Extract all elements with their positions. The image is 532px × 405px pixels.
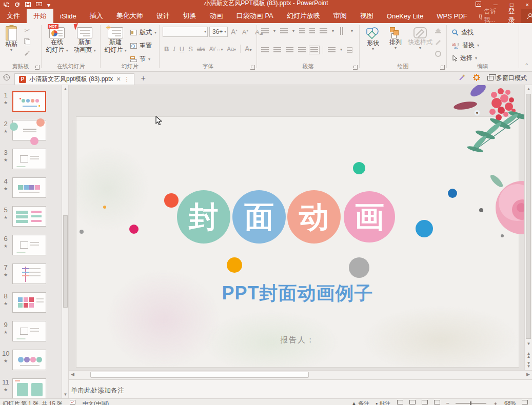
slide-thumbnail-8[interactable]: 8★ [0, 292, 62, 317]
zoom-level[interactable]: 68% [504, 400, 516, 405]
increase-indent-icon[interactable] [309, 28, 315, 34]
increase-font-size-icon[interactable]: A▴ [229, 28, 239, 36]
decorative-dot[interactable] [164, 193, 179, 208]
notes-pane[interactable]: 单击此处添加备注 [69, 379, 532, 398]
bold-button[interactable]: B [163, 45, 170, 53]
language-indicator[interactable]: 中文(中国) [83, 400, 109, 405]
columns-icon[interactable] [328, 47, 336, 53]
slide-thumbnail-9[interactable]: 9★ [0, 321, 62, 346]
cover-circle[interactable]: 动 [287, 190, 341, 244]
share-button[interactable]: 共享 [521, 9, 532, 23]
presenter-label[interactable]: 报告人： [76, 335, 519, 345]
align-center-icon[interactable] [273, 47, 281, 53]
character-spacing-button[interactable]: AV↔▾ [208, 46, 225, 52]
strikethrough-button[interactable]: S [187, 45, 194, 53]
ribbon-tab-onekey-lite[interactable]: OneKey Lite [380, 9, 430, 23]
copy-icon[interactable] [23, 37, 32, 46]
line-spacing-icon[interactable] [320, 28, 327, 34]
distribute-icon[interactable] [310, 47, 318, 53]
slide-thumbnail-11[interactable]: 11★ [0, 378, 62, 398]
ribbon-tab-meihua-dashi[interactable]: 美化大师 [110, 9, 150, 23]
ribbon-tab-view[interactable]: 视图 [353, 9, 380, 23]
ribbon-tab-insert[interactable]: 插入 [83, 9, 110, 23]
thumbnail-preview[interactable] [12, 91, 46, 112]
change-case-button[interactable]: Aa▾ [226, 46, 238, 52]
normal-view-icon[interactable] [397, 400, 403, 404]
align-right-icon[interactable] [286, 47, 293, 53]
settings-gear-icon[interactable] [473, 74, 480, 83]
ribbon-tab-design[interactable]: 设计 [150, 9, 176, 23]
thumbnail-preview[interactable] [12, 235, 46, 255]
ribbon-tab-home[interactable]: 开始 [27, 9, 53, 23]
thumbnail-preview[interactable] [12, 350, 46, 370]
thumbnail-preview[interactable] [12, 120, 46, 140]
format-painter-icon[interactable] [23, 49, 32, 57]
shape-fill-icon[interactable] [435, 27, 442, 35]
slideshow-view-icon[interactable] [434, 400, 440, 404]
magic-wand-icon[interactable] [458, 74, 466, 83]
italic-button[interactable]: I [171, 45, 176, 53]
cover-circle[interactable]: 面 [232, 190, 286, 244]
slide-number-indicator[interactable]: 幻灯片 第 1 张, 共 15 张 [3, 400, 63, 405]
scroll-right-icon[interactable]: ▶ [526, 372, 530, 377]
zoom-slider[interactable] [456, 403, 486, 404]
tell-me-box[interactable]: 告诉我... [474, 7, 502, 25]
arrange-button[interactable]: 排列 ▾ [385, 27, 406, 50]
font-size-combobox[interactable]: 36+▾ [209, 27, 228, 37]
decorative-dot[interactable] [416, 220, 433, 237]
select-button[interactable]: 选择▾ [452, 53, 479, 64]
ribbon-tab-file[interactable]: 文件 [0, 9, 27, 23]
align-left-icon[interactable] [261, 47, 269, 53]
document-tab[interactable]: P 小清新文艺风ppt模板 (83).pptx ✕ ⋮ [14, 73, 134, 85]
reset-button[interactable]: 重置 [130, 40, 156, 51]
shapes-button[interactable]: 形状 ▾ [363, 27, 383, 51]
shape-effects-icon[interactable] [435, 51, 442, 58]
document-tab-menu-icon[interactable]: ⋮ [124, 76, 130, 83]
text-direction-icon[interactable] [340, 27, 345, 35]
notes-toggle[interactable]: ▲ 备注 [351, 400, 370, 405]
replace-button[interactable]: abac 替换▾ [452, 40, 479, 51]
slide-thumbnail-6[interactable]: 6★ [0, 235, 62, 259]
vertical-scrollbar[interactable]: ▲ ▼ ▲▲ ▼▼ [524, 85, 532, 370]
new-document-tab-icon[interactable]: ＋ [140, 73, 147, 83]
shape-outline-icon[interactable] [435, 39, 442, 47]
font-dialog-launcher[interactable] [250, 65, 255, 70]
slide-thumbnail-10[interactable]: 10★ [0, 350, 62, 374]
ribbon-tab-slideshow[interactable]: 幻灯片放映 [280, 9, 327, 23]
paragraph-dialog-launcher[interactable] [353, 65, 358, 70]
text-shadow-button[interactable]: abc [195, 46, 207, 52]
layout-button[interactable]: 版式▾ [130, 27, 156, 38]
quick-styles-button[interactable]: 快速样式 ▾ [407, 27, 434, 50]
numbering-icon[interactable] [280, 28, 288, 34]
decorative-dot[interactable] [227, 257, 242, 273]
new-slide-button[interactable]: ✳ 新建 幻灯片 ▾ [103, 27, 128, 54]
slide-thumbnail-5[interactable]: 5★ [0, 206, 62, 231]
cut-icon[interactable]: ✂ [23, 26, 32, 34]
decorative-dot[interactable] [80, 230, 84, 234]
decrease-indent-icon[interactable] [299, 28, 305, 34]
thumbnail-preview[interactable] [12, 206, 46, 227]
slide-thumbnail-3[interactable]: 3★ [0, 149, 62, 173]
scroll-down-icon[interactable]: ▼ [525, 341, 532, 346]
thumbnail-preview[interactable] [12, 177, 46, 198]
scroll-down-icon[interactable]: ▼ [62, 392, 69, 397]
scroll-up-icon[interactable]: ▲ [525, 87, 532, 91]
ribbon-tab-animations[interactable]: 动画 [203, 9, 230, 23]
comments-toggle[interactable]: ▪ 批注 [376, 400, 391, 405]
online-slides-button[interactable]: HOT 在线 幻灯片 ▾ [44, 27, 70, 54]
font-color-button[interactable]: A▾ [243, 45, 253, 53]
ribbon-tab-transitions[interactable]: 切换 [176, 9, 203, 23]
history-icon[interactable] [3, 74, 10, 83]
ribbon-tab-islide[interactable]: iSlide [53, 9, 83, 23]
thumbnail-preview[interactable] [12, 149, 46, 169]
find-button[interactable]: 查找 [452, 27, 479, 38]
slide-thumbnail-7[interactable]: 7★ [0, 264, 62, 288]
slide-thumbnail-4[interactable]: 4★ [0, 177, 62, 202]
thumbnail-preview[interactable] [12, 292, 46, 313]
notes-placeholder[interactable]: 单击此处添加备注 [71, 386, 124, 395]
close-document-icon[interactable]: ✕ [116, 76, 121, 83]
fit-to-window-icon[interactable] [522, 400, 528, 404]
scroll-left-icon[interactable]: ◀ [71, 372, 74, 377]
cover-circle[interactable]: 封 [177, 190, 230, 244]
paste-button[interactable]: 粘贴 ▾ [2, 25, 21, 52]
